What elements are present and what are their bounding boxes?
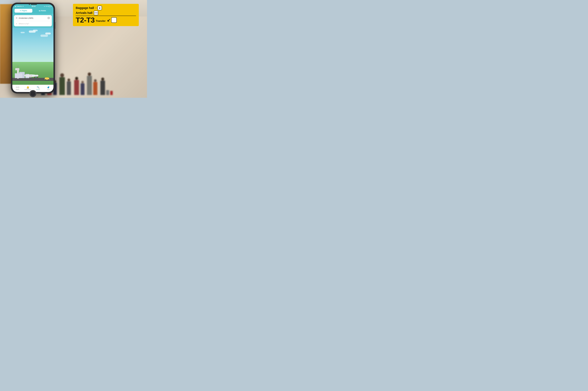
svg-rect-10	[34, 75, 34, 76]
status-time: 09:43	[32, 6, 36, 7]
sign-terminal: T2-T3	[76, 16, 95, 24]
hotels-tab-label: Hotels	[41, 10, 46, 12]
phone-outer: Tele2 NL ≋ 09:43 ▲ 20%	[11, 3, 55, 93]
svg-rect-11	[35, 75, 36, 76]
location-icon: ▲	[44, 6, 45, 7]
destination-row[interactable]: ✈ Where to fly?	[14, 21, 52, 26]
airplane-svg	[22, 73, 38, 78]
flights-tab-icon: ✈	[20, 10, 21, 12]
cloud-2	[33, 30, 38, 31]
flights-tab[interactable]: ✈ Flights	[14, 9, 32, 13]
search-label: Search	[36, 89, 40, 90]
airport-sign: Baggage hall ↑ ■ Arrivals hall ATM T2-T3…	[73, 4, 139, 26]
home-button[interactable]	[29, 90, 36, 97]
camera	[29, 4, 30, 5]
svg-point-19	[48, 79, 49, 80]
nav-watch[interactable]: ⊙⊙ Watch	[12, 86, 23, 90]
cloud-4	[40, 35, 48, 37]
speaker	[31, 4, 37, 5]
signal-bar-1	[15, 6, 15, 7]
hotels-tab-icon: 🛏	[39, 10, 40, 11]
home-button-inner	[30, 91, 36, 96]
vehicle-svg	[45, 77, 49, 80]
origin-field[interactable]: Amsterdam (AMS)	[19, 17, 46, 19]
notifications-label: Notifications	[24, 89, 31, 90]
signal-bars	[15, 6, 16, 7]
notification-bell-icon: 🔔	[26, 86, 29, 89]
cloud-5	[21, 32, 25, 33]
illustration-area	[12, 28, 54, 85]
airplane-on-ground	[22, 73, 38, 79]
clear-origin-button[interactable]: ✕	[48, 17, 50, 19]
hotels-tab[interactable]: 🛏 Hotels	[33, 9, 51, 13]
notch-area	[29, 4, 37, 5]
svg-rect-17	[45, 78, 49, 78]
battery-tip	[51, 6, 51, 7]
battery-level	[49, 6, 49, 7]
crowd-background	[41, 47, 144, 95]
tower-antenna	[18, 65, 18, 68]
status-right: ▲ 20%	[44, 6, 51, 7]
signal-bar-4	[16, 6, 16, 7]
trips-icon: 🧳	[47, 86, 50, 89]
wifi-icon: ≋	[22, 6, 24, 7]
watch-label: Watch	[16, 89, 19, 90]
cloud-3	[45, 32, 51, 34]
origin-row[interactable]: Amsterdam (AMS) ✕	[14, 15, 52, 21]
carrier-name: Tele2 NL	[17, 6, 22, 7]
svg-point-18	[45, 79, 46, 80]
phone: Tele2 NL ≋ 09:43 ▲ 20%	[11, 3, 55, 93]
plane-icon: ✈	[16, 23, 17, 25]
nav-notifications[interactable]: 🔔 Notifications	[23, 86, 33, 90]
app-screen: Tele2 NL ≋ 09:43 ▲ 20%	[12, 4, 54, 92]
sign-transfer: Transfer	[96, 20, 106, 24]
svg-rect-9	[32, 75, 33, 76]
tab-bar: ✈ Flights 🛏 Hotels	[12, 8, 54, 14]
carrier-info: Tele2 NL ≋	[15, 6, 24, 7]
signal-bar-3	[16, 6, 16, 7]
search-icon: 🔍	[37, 86, 40, 89]
flights-tab-label: Flights	[22, 10, 27, 12]
signal-bar-2	[15, 6, 15, 7]
sign-arrivals-hall: Arrivals hall	[76, 11, 92, 15]
svg-rect-8	[31, 75, 31, 76]
building-3	[15, 73, 22, 78]
svg-point-14	[29, 77, 31, 78]
nav-search[interactable]: 🔍 Search	[33, 86, 43, 90]
sign-baggage-hall: Baggage hall	[76, 6, 94, 10]
svg-point-15	[31, 77, 32, 78]
airport-vehicle	[45, 77, 49, 81]
destination-field[interactable]: Where to fly?	[19, 23, 50, 25]
battery-icon	[49, 6, 51, 7]
phone-screen: Tele2 NL ≋ 09:43 ▲ 20%	[12, 4, 54, 92]
nav-trips[interactable]: 🧳 Trips	[43, 86, 54, 90]
svg-point-1	[36, 75, 38, 77]
battery-percent: 20%	[46, 6, 48, 7]
search-card: Amsterdam (AMS) ✕ ✈ Where to fly?	[14, 15, 52, 26]
watch-icon: ⊙⊙	[16, 86, 19, 89]
tower-top	[15, 68, 19, 70]
svg-rect-7	[29, 75, 30, 76]
origin-dot-icon	[16, 17, 17, 19]
trips-label: Trips	[47, 89, 50, 90]
